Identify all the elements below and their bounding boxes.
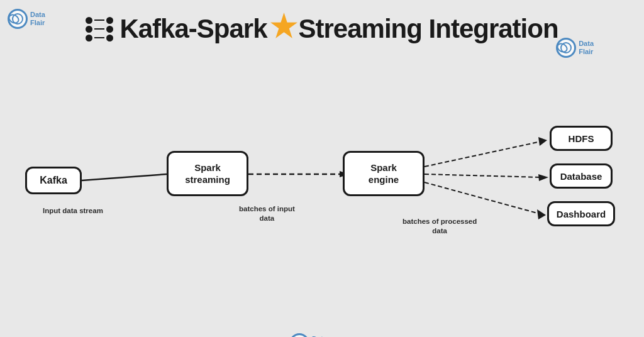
svg-marker-6: [538, 174, 548, 181]
kafka-icon: [86, 17, 113, 41]
dashboard-label: Dashboard: [557, 209, 606, 219]
batches-input-label: batches of input data: [239, 204, 295, 223]
spark-star-icon: ★: [270, 9, 296, 44]
dataflair-logo-center: Data Flair: [289, 333, 327, 337]
database-node: Database: [550, 163, 613, 189]
page-title: Kafka-Spark ★ Streaming Integration: [86, 11, 558, 47]
main-container: Data Flair: [0, 0, 644, 337]
spark-streaming-label: Spark streaming: [185, 162, 230, 186]
batches-input-text: batches of input data: [239, 205, 295, 222]
svg-line-7: [425, 182, 540, 214]
spark-streaming-node: Spark streaming: [167, 151, 248, 196]
hdfs-label: HDFS: [569, 133, 594, 144]
kafka-node: Kafka: [25, 167, 82, 194]
svg-line-3: [425, 141, 541, 167]
page-header: Kafka-Spark ★ Streaming Integration: [0, 0, 644, 47]
svg-line-5: [425, 174, 541, 177]
batches-processed-text: batches of processed data: [402, 218, 477, 235]
title-kafka-spark: Kafka-Spark: [119, 14, 267, 44]
dataflair-icon-2: [556, 38, 576, 58]
spark-engine-node: Spark engine: [343, 151, 425, 196]
spark-engine-label: Spark engine: [369, 162, 399, 186]
kafka-label: Kafka: [40, 175, 67, 186]
diagram-area: Kafka Spark streaming Spark engine HDFS …: [0, 107, 644, 308]
dataflair-text-2: Data Flair: [579, 40, 594, 56]
svg-marker-8: [537, 209, 546, 219]
input-data-stream-label: Input data stream: [43, 206, 103, 216]
batches-processed-label: batches of processed data: [402, 217, 477, 236]
title-streaming-integration: Streaming Integration: [299, 14, 558, 44]
dataflair-logo-top-right: Data Flair: [556, 38, 594, 58]
svg-marker-4: [538, 137, 547, 146]
database-label: Database: [560, 171, 602, 182]
hdfs-node: HDFS: [550, 126, 613, 151]
dashboard-node: Dashboard: [547, 201, 615, 226]
svg-line-0: [82, 174, 167, 180]
dataflair-icon-4: [289, 333, 309, 337]
